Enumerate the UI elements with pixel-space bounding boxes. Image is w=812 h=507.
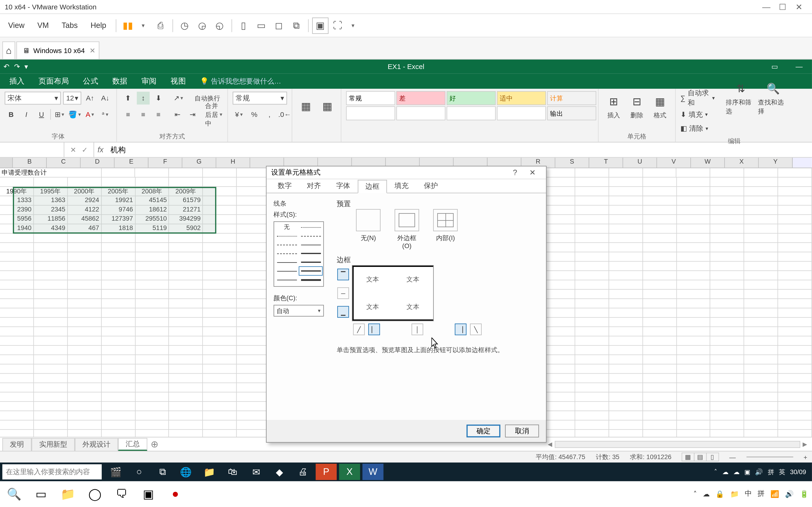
cell[interactable] — [135, 252, 169, 262]
cell[interactable] — [203, 252, 237, 262]
cell[interactable]: 2009年 — [169, 187, 203, 196]
cell[interactable] — [0, 243, 34, 252]
cell[interactable] — [609, 280, 643, 290]
cell[interactable] — [101, 177, 135, 187]
cell[interactable] — [237, 215, 271, 224]
power-dropdown[interactable]: ▾ — [135, 17, 151, 34]
fullscreen-dropdown[interactable]: ▾ — [345, 17, 361, 34]
cell[interactable] — [744, 364, 778, 374]
cell[interactable] — [744, 187, 778, 196]
guest-edge-icon[interactable]: 🌐 — [175, 463, 196, 480]
style-normal[interactable]: 常规 — [346, 91, 395, 105]
cell[interactable] — [778, 243, 812, 252]
preset-inside[interactable]: 内部(I) — [432, 209, 459, 249]
cell[interactable] — [237, 168, 271, 178]
cell[interactable] — [135, 177, 169, 187]
cell[interactable] — [711, 374, 744, 383]
cell[interactable] — [643, 374, 677, 383]
percent-button[interactable]: % — [248, 108, 261, 121]
cell[interactable] — [677, 430, 711, 437]
menu-tabs[interactable]: Tabs — [56, 21, 84, 30]
cell[interactable] — [778, 374, 812, 383]
cell-styles-gallery[interactable]: 常规 差 好 适中 计算 输出 — [346, 91, 593, 120]
host-ime-lang[interactable]: 中 — [745, 489, 752, 499]
cell[interactable] — [237, 374, 271, 383]
line-style-12[interactable] — [275, 276, 298, 284]
cell[interactable] — [34, 280, 68, 290]
decrease-indent-button[interactable]: ⇤ — [171, 108, 184, 121]
cell[interactable] — [34, 327, 68, 336]
cell[interactable]: 1818 — [101, 224, 135, 233]
cell[interactable] — [237, 327, 271, 336]
cell[interactable] — [609, 420, 643, 430]
cell[interactable] — [609, 233, 643, 243]
cell[interactable] — [744, 336, 778, 346]
cell[interactable] — [744, 215, 778, 224]
cell[interactable] — [575, 383, 609, 392]
host-chrome-icon[interactable]: ◯ — [84, 483, 105, 504]
column-header[interactable]: U — [623, 158, 657, 168]
border-top-button[interactable]: ▔ — [338, 269, 349, 280]
cell[interactable] — [744, 168, 778, 178]
comma-button[interactable]: , — [263, 108, 276, 121]
cell[interactable]: 2005年 — [101, 187, 135, 196]
cell[interactable] — [68, 262, 101, 271]
cell[interactable] — [744, 196, 778, 206]
host-tray-battery-icon[interactable]: 🔋 — [800, 490, 808, 498]
host-search-button[interactable]: 🔍 — [4, 483, 25, 504]
cell[interactable] — [643, 252, 677, 262]
cell[interactable] — [643, 290, 677, 299]
sheet-tab-utility[interactable]: 实用新型 — [32, 438, 75, 451]
column-header[interactable]: F — [149, 158, 182, 168]
guest-powerpoint-icon[interactable]: P — [316, 463, 337, 480]
cell[interactable] — [203, 177, 237, 187]
cell[interactable] — [677, 271, 711, 280]
menu-help[interactable]: Help — [85, 21, 112, 30]
cell[interactable] — [68, 402, 101, 411]
cell[interactable] — [677, 243, 711, 252]
cell[interactable] — [34, 355, 68, 364]
cell[interactable] — [68, 346, 101, 355]
cell[interactable] — [677, 383, 711, 392]
cell[interactable]: 467 — [68, 224, 101, 233]
merge-center-button[interactable]: 合并后居中 — [205, 108, 223, 121]
cell[interactable] — [575, 420, 609, 430]
style-bad[interactable]: 差 — [396, 91, 446, 105]
cell[interactable] — [575, 243, 609, 252]
cell[interactable] — [744, 243, 778, 252]
cell[interactable] — [34, 402, 68, 411]
cell[interactable] — [778, 177, 812, 187]
cell[interactable] — [609, 290, 643, 299]
guest-taskview-button[interactable]: ⧉ — [152, 463, 173, 480]
cell[interactable] — [169, 355, 203, 364]
cell[interactable] — [609, 224, 643, 233]
ribbon-tab-data[interactable]: 数据 — [105, 73, 135, 89]
cell[interactable]: 5956 — [0, 215, 34, 224]
cell[interactable] — [677, 252, 711, 262]
cell[interactable] — [135, 383, 169, 392]
cell[interactable] — [609, 308, 643, 318]
cell[interactable]: 45145 — [135, 196, 169, 206]
cell[interactable] — [34, 308, 68, 318]
cell[interactable] — [135, 308, 169, 318]
cell[interactable]: 9746 — [101, 206, 135, 215]
cell[interactable] — [778, 168, 812, 178]
cell[interactable] — [101, 374, 135, 383]
cell[interactable] — [203, 299, 237, 308]
vmware-maximize-button[interactable]: ☐ — [775, 2, 791, 11]
line-style-10[interactable] — [275, 267, 298, 275]
cell[interactable] — [575, 318, 609, 327]
formula-enter-button[interactable]: ✓ — [80, 146, 90, 154]
column-header[interactable]: D — [81, 158, 114, 168]
cell[interactable] — [575, 308, 609, 318]
cell[interactable] — [135, 299, 169, 308]
cell[interactable] — [135, 420, 169, 430]
decrease-font-button[interactable]: A↓ — [99, 92, 112, 105]
style-cell-6[interactable] — [346, 106, 395, 120]
cell[interactable] — [643, 299, 677, 308]
cell[interactable]: 394299 — [169, 215, 203, 224]
cell[interactable] — [643, 243, 677, 252]
font-size-combo[interactable]: 12▾ — [63, 92, 81, 105]
cell[interactable] — [34, 252, 68, 262]
cell[interactable] — [575, 280, 609, 290]
